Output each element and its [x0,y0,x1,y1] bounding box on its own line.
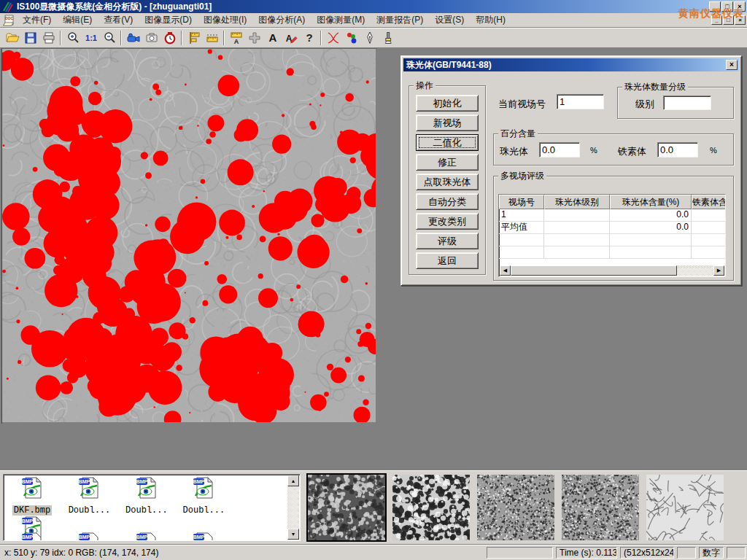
percent-group-label: 百分含量 [498,128,538,140]
open-icon[interactable] [3,29,21,47]
file-name[interactable]: Doubl... [67,505,112,516]
svg-text:BMP: BMP [136,534,148,540]
print-icon[interactable] [39,29,58,47]
new-field-button[interactable]: 新视场 [416,114,479,131]
thumbnail-1[interactable] [308,475,385,540]
file-item[interactable]: BMP Doubl... [177,476,231,516]
thumbnail-5[interactable] [646,475,724,540]
binarize-button[interactable]: 二值化 [416,134,479,151]
menu-settings[interactable]: 设置(S) [429,12,470,28]
title-bar: IS100显微摄像系统(金相分析版) - [zhuguangti01] _ □ … [0,0,747,13]
correct-button[interactable]: 修正 [416,154,479,171]
window-title: IS100显微摄像系统(金相分析版) - [zhuguangti01] [17,1,212,13]
ruler-icon[interactable] [203,29,221,47]
phase-particles-icon[interactable] [342,29,360,47]
col-field-no[interactable]: 视场号 [499,195,544,209]
cell-field-no: 1 [499,209,544,221]
metallographic-image[interactable] [2,49,376,422]
text-edit-icon[interactable]: A [282,29,300,47]
scroll-down-icon[interactable]: ▼ [287,529,299,540]
dialog-close-icon[interactable]: × [726,60,738,70]
file-name[interactable]: Doubl... [182,505,227,516]
mdi-minimize-button[interactable]: _ [711,15,722,25]
pick-pearlite-button[interactable]: 点取珠光体 [416,174,479,190]
thumbnail-3[interactable] [477,475,554,540]
pen-icon[interactable] [360,29,379,47]
file-name[interactable]: DKF.bmp [12,505,52,516]
menu-image-display[interactable]: 图像显示(D) [139,12,198,28]
file-browser-scrollbar[interactable]: ▲ ▼ [287,475,299,540]
operations-group-label: 操作 [414,79,436,92]
file-item[interactable]: BMP [62,532,116,541]
ferrite-percent-input[interactable] [657,142,698,158]
scroll-up-icon[interactable]: ▲ [287,475,299,486]
help-icon[interactable]: ? [300,29,318,47]
col-pearlite-grade[interactable]: 珠光体级别 [544,195,610,209]
menu-view[interactable]: 查看(V) [98,12,139,28]
mdi-close-button[interactable]: × [735,15,746,25]
col-ferrite-content[interactable]: 铁素体含量(%) [692,195,726,209]
thumbnail-4[interactable] [562,475,639,540]
ferrite-label: 铁素体 [618,145,646,158]
restore-button[interactable]: □ [721,1,733,12]
bmp-file-icon: BMP [192,532,215,541]
caliper-icon[interactable] [185,29,203,47]
pearlite-percent-input[interactable] [539,142,580,158]
table-row[interactable]: 平均值 0.0 [499,222,725,234]
brush-icon[interactable] [379,29,397,47]
rating-table[interactable]: 视场号 珠光体级别 珠光体含量(%) 铁素体含量(%) 1 0.0 平均值 [498,194,726,277]
return-button[interactable]: 返回 [416,252,479,269]
grade-input[interactable] [663,96,711,110]
file-item[interactable]: BMP Doubl... [62,476,116,516]
table-horizontal-scrollbar[interactable]: ◀ ▶ [500,265,724,276]
zoom-in-icon[interactable] [63,29,82,47]
scroll-right-icon[interactable]: ▶ [713,265,724,276]
calibrate-icon[interactable]: A [227,29,245,47]
video-camera-icon[interactable] [124,29,142,47]
minimize-button[interactable]: _ [709,1,721,12]
menu-report[interactable]: 测量报告(P) [371,12,429,28]
menu-file[interactable]: 文件(F) [17,12,57,28]
menu-help[interactable]: 帮助(H) [470,12,511,28]
rate-button[interactable]: 评级 [416,233,479,249]
menu-image-analysis[interactable]: 图像分析(A) [252,12,311,28]
menu-edit[interactable]: 编辑(E) [57,12,98,28]
document-icon[interactable]: DOC [2,14,15,27]
bmp-file-icon: BMP [20,476,44,499]
text-icon[interactable]: A [263,29,282,47]
file-item[interactable]: BMP DKF.bmp [5,476,59,516]
file-item[interactable]: BMP [177,532,231,541]
file-browser[interactable]: BMP DKF.bmp BMP Doubl... [3,474,301,541]
cell-content: 0.0 [610,209,692,221]
change-class-button[interactable]: 更改类别 [416,213,479,230]
menu-image-measure[interactable]: 图像测量(M) [311,12,371,28]
photo-camera-icon[interactable] [142,29,160,47]
file-row-2: BMP BMP BMP BMP BMP [5,532,276,541]
scroll-left-icon[interactable]: ◀ [500,265,511,276]
table-row[interactable]: 1 0.0 [499,209,725,222]
scrollbar-track[interactable] [677,265,713,276]
col-pearlite-content[interactable]: 珠光体含量(%) [610,195,692,209]
toolbar-separator [60,31,61,45]
actual-size-icon[interactable]: 1:1 [82,29,100,47]
file-item[interactable]: BMP [5,532,59,541]
save-icon[interactable] [21,29,39,47]
menu-image-processing[interactable]: 图像处理(I) [198,12,252,28]
mdi-restore-button[interactable]: □ [723,15,734,25]
grid-icon[interactable] [245,29,263,47]
thumbnail-2[interactable] [392,475,470,540]
close-button[interactable]: × [734,1,746,12]
dialog-title-bar[interactable]: 珠光体(GB/T9441-88) × [403,58,739,71]
file-item[interactable]: BMP [120,532,174,541]
initialize-button[interactable]: 初始化 [416,95,479,112]
file-item[interactable]: BMP Doubl... [120,476,174,516]
auto-classify-button[interactable]: 自动分类 [416,193,479,210]
scrollbar-thumb[interactable] [511,265,677,276]
current-field-input[interactable] [557,94,604,109]
status-mode: 数字 [699,547,724,559]
timer-icon[interactable] [160,29,179,47]
file-name[interactable]: Doubl... [124,505,169,516]
curve-measure-icon[interactable] [324,29,342,47]
toolbar-separator [223,31,225,45]
zoom-out-icon[interactable] [100,29,118,47]
